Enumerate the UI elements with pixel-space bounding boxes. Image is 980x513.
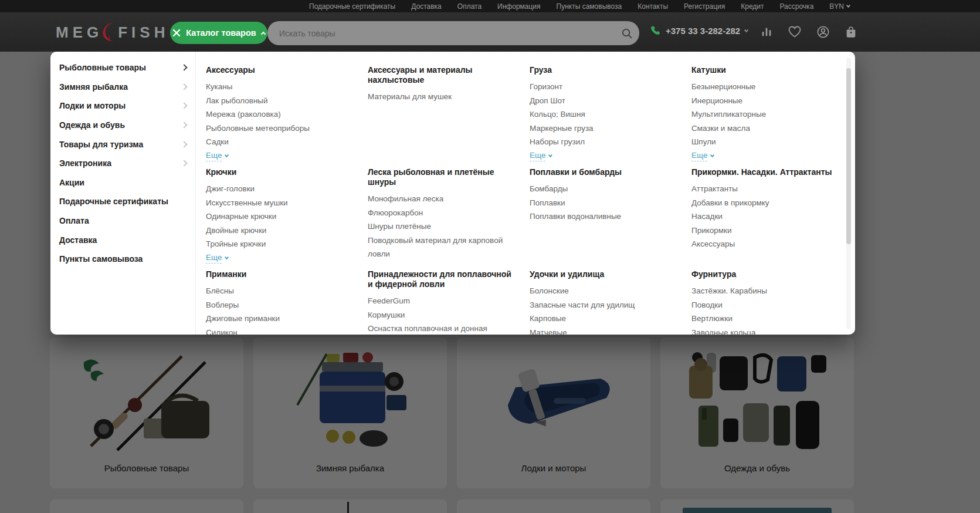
cart-button[interactable] [843, 24, 859, 39]
sidebar-item-gift-certificates[interactable]: Подарочные сертификаты [50, 192, 195, 211]
menu-section-title[interactable]: Поплавки и бомбарды [530, 167, 675, 177]
menu-link[interactable]: Вертлюжки [691, 312, 838, 326]
sidebar-item-electronics[interactable]: Электроника [50, 154, 195, 173]
menu-link[interactable]: Заводные кольца [691, 326, 838, 335]
topbar-link-installments[interactable]: Рассрочка [780, 2, 814, 11]
menu-link[interactable]: Кормушки [368, 308, 514, 322]
menu-link[interactable]: Тройные крючки [206, 237, 352, 251]
phone-block[interactable]: +375 33 3-282-282 [650, 25, 748, 36]
menu-link[interactable]: Воблеры [206, 298, 352, 312]
menu-section-title[interactable]: Аксессуары и материалы нахлыстовые [368, 65, 513, 85]
menu-link[interactable]: Поплавки водоналивные [530, 210, 676, 224]
menu-link[interactable]: Шнуры плетёные [368, 220, 514, 234]
show-more-link[interactable]: Еще [691, 150, 714, 161]
chevron-down-icon [225, 255, 229, 259]
menu-link[interactable]: Джиг-головки [206, 182, 352, 196]
menu-section-title[interactable]: Фурнитура [691, 269, 837, 279]
sidebar-item-boats-motors[interactable]: Лодки и моторы [50, 96, 195, 116]
sidebar-item-clothes-shoes[interactable]: Одежда и обувь [50, 116, 195, 135]
menu-link[interactable]: Безынерционные [691, 80, 838, 94]
menu-link[interactable]: Карповые [530, 312, 676, 326]
logo[interactable]: MEG FISH [56, 21, 169, 44]
menu-link[interactable]: Поплавки [530, 196, 676, 210]
sidebar-item-label: Подарочные сертификаты [59, 197, 168, 206]
wishlist-button[interactable] [787, 24, 802, 39]
menu-link[interactable]: Маркерные груза [530, 122, 676, 136]
topbar-link-registration[interactable]: Регистрация [684, 2, 725, 11]
menu-scrollbar-track [846, 58, 851, 329]
sidebar-item-tourism[interactable]: Товары для туризма [50, 134, 195, 154]
menu-link[interactable]: Добавки в прикормку [691, 196, 838, 210]
search-button[interactable] [616, 23, 637, 43]
menu-section-title[interactable]: Принадлежности для поплавочной и фидерно… [368, 269, 513, 289]
menu-link[interactable]: FeederGum [368, 294, 514, 308]
show-more-link[interactable]: Еще [530, 150, 552, 161]
menu-section-title[interactable]: Крючки [206, 167, 351, 177]
sidebar-item-pickup-points[interactable]: Пункты самовывоза [50, 249, 195, 269]
menu-link[interactable]: Запасные части для удилищ [530, 298, 676, 312]
sidebar-item-payment[interactable]: Оплата [50, 211, 195, 231]
topbar-link-delivery[interactable]: Доставка [411, 2, 442, 11]
menu-link[interactable]: Лак рыболовный [206, 94, 352, 108]
sidebar-item-fishing-goods[interactable]: Рыболовные товары [50, 58, 195, 77]
topbar-link-payment[interactable]: Оплата [457, 2, 481, 11]
menu-section-title[interactable]: Удочки и удилища [530, 269, 675, 279]
show-more-link[interactable]: Еще [206, 252, 228, 264]
menu-link[interactable]: Насадки [691, 210, 838, 224]
menu-link[interactable]: Инерционные [691, 94, 838, 108]
topbar-link-gift-certificates[interactable]: Подарочные сертификаты [309, 2, 395, 11]
menu-link[interactable]: Смазки и масла [691, 122, 838, 136]
topbar-link-info[interactable]: Информация [497, 2, 540, 11]
menu-link[interactable]: Мультипликаторные [691, 107, 838, 122]
sidebar-item-promotions[interactable]: Акции [50, 173, 195, 193]
menu-link[interactable]: Матчевые [530, 326, 676, 335]
close-icon [172, 29, 181, 37]
menu-scrollbar-thumb[interactable] [846, 68, 851, 244]
menu-link[interactable]: Силикон [206, 326, 352, 335]
menu-link[interactable]: Горизонт [530, 80, 676, 94]
menu-link[interactable]: Кольцо; Вишня [530, 107, 676, 122]
show-more-link[interactable]: Еще [206, 150, 228, 161]
menu-link[interactable]: Одинарные крючки [206, 210, 352, 224]
menu-link[interactable]: Поводки [691, 298, 838, 312]
menu-link[interactable]: Двойные крючки [206, 224, 352, 238]
menu-section-title[interactable]: Леска рыболовная и плетёные шнуры [368, 167, 513, 187]
search-input[interactable] [267, 21, 639, 45]
menu-link[interactable]: Оснастка поплавочная и донная [368, 322, 514, 335]
menu-link[interactable]: Прикормки [691, 224, 838, 238]
menu-link[interactable]: Дроп Шот [530, 94, 676, 108]
menu-link[interactable]: Мережа (раколовка) [206, 107, 352, 122]
menu-link[interactable]: Материалы для мушек [368, 90, 514, 104]
menu-section-title[interactable]: Катушки [691, 65, 837, 75]
menu-link[interactable]: Болонские [530, 284, 676, 298]
account-button[interactable] [815, 24, 830, 39]
menu-link[interactable]: Наборы грузил [530, 135, 676, 149]
menu-link[interactable]: Джиговые приманки [206, 312, 352, 326]
sidebar-item-delivery[interactable]: Доставка [50, 230, 195, 249]
menu-link[interactable]: Садки [206, 135, 352, 149]
menu-section-title[interactable]: Груза [530, 65, 675, 75]
user-icon [816, 25, 830, 39]
currency-selector[interactable]: BYN [829, 2, 850, 11]
sidebar-item-winter-fishing[interactable]: Зимняя рыбалка [50, 77, 195, 97]
menu-link[interactable]: Аксессуары [691, 237, 838, 251]
menu-link[interactable]: Рыболовные метеоприборы [206, 122, 352, 136]
menu-section-title[interactable]: Прикормки. Насадки. Аттрактанты [691, 167, 837, 177]
topbar-link-pickup-points[interactable]: Пункты самовывоза [557, 2, 622, 11]
menu-section-title[interactable]: Приманки [206, 269, 351, 279]
compare-button[interactable] [759, 24, 774, 39]
menu-link[interactable]: Аттрактанты [691, 182, 838, 196]
menu-link[interactable]: Блёсны [206, 284, 352, 298]
menu-link[interactable]: Застёжки. Карабины [691, 284, 838, 298]
menu-link[interactable]: Бомбарды [530, 182, 676, 196]
menu-link[interactable]: Куканы [206, 80, 352, 94]
menu-link[interactable]: Флюорокарбон [368, 206, 514, 220]
menu-link[interactable]: Шпули [691, 135, 838, 149]
menu-link[interactable]: Поводковый материал для карповой ловли [368, 234, 514, 261]
menu-link[interactable]: Искусственные мушки [206, 196, 352, 210]
topbar-link-contacts[interactable]: Контакты [637, 2, 668, 11]
topbar-link-credit[interactable]: Кредит [741, 2, 764, 11]
menu-section-title[interactable]: Аксессуары [206, 65, 351, 75]
catalog-button[interactable]: Каталог товаров [170, 22, 267, 44]
menu-link[interactable]: Монофильная леска [368, 192, 514, 206]
